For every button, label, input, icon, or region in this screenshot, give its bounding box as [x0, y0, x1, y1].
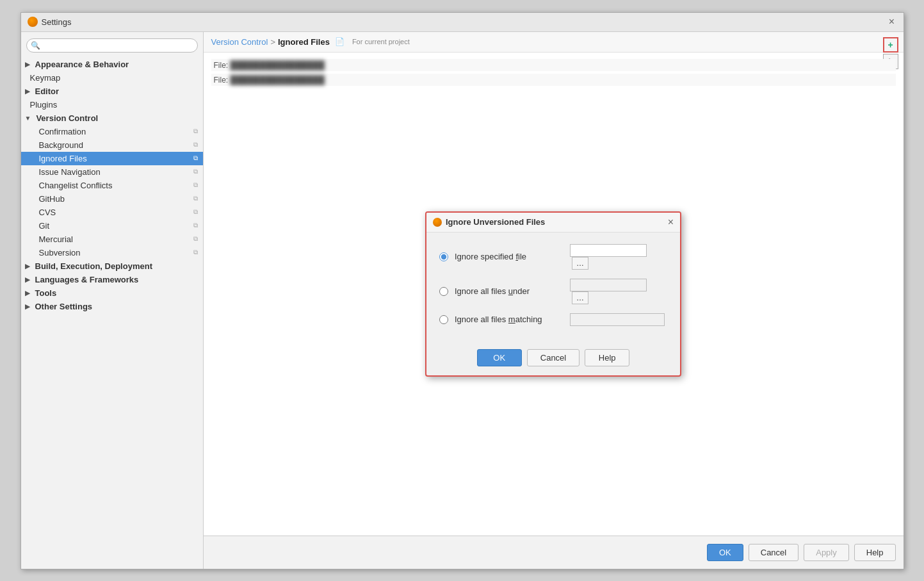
bottom-bar: OK Cancel Apply Help [204, 536, 904, 569]
dialog-title-text: Ignore Unversioned Files [446, 217, 545, 227]
dialog-body: Ignore specified file … Ignore all files… [426, 233, 680, 343]
sidebar-item-changelist-conflicts[interactable]: Changelist Conflicts ⧉ [21, 179, 203, 192]
sidebar-item-label-subversion: Subversion [39, 248, 81, 258]
sidebar-item-editor[interactable]: ▶ Editor [21, 85, 203, 98]
breadcrumb-current: Ignored Files [278, 37, 330, 47]
breadcrumb: Version Control > Ignored Files 📄 For cu… [204, 32, 904, 53]
search-icon: 🔍 [31, 41, 40, 50]
sidebar-item-label-ignored-files: Ignored Files [39, 154, 87, 163]
app-icon [28, 17, 38, 27]
sidebar-item-issue-navigation[interactable]: Issue Navigation ⧉ [21, 165, 203, 179]
sidebar-item-tools[interactable]: ▶ Tools [21, 286, 203, 300]
radio-row-matching: Ignore all files matching [439, 313, 667, 326]
sidebar-item-cvs[interactable]: CVS ⧉ [21, 206, 203, 219]
radio-ignore-matching[interactable] [439, 315, 448, 324]
sidebar-item-plugins[interactable]: Plugins [21, 98, 203, 111]
changelist-icon: ⧉ [193, 181, 198, 189]
expand-arrow-tools: ▶ [25, 290, 30, 297]
sidebar-item-other-settings[interactable]: ▶ Other Settings [21, 300, 203, 313]
sidebar-item-label-background: Background [39, 140, 83, 150]
radio-row-under: Ignore all files under … [439, 279, 667, 304]
title-bar-left: Settings [28, 17, 72, 27]
add-button[interactable]: + [883, 37, 898, 53]
radio-label-file[interactable]: Ignore specified file [455, 252, 563, 261]
search-input[interactable] [26, 38, 198, 53]
sidebar-item-label-git: Git [39, 221, 50, 231]
sidebar-item-appearance[interactable]: ▶ Appearance & Behavior [21, 58, 203, 71]
sidebar-item-git[interactable]: Git ⧉ [21, 219, 203, 233]
radio-input-file: … [570, 244, 667, 270]
sidebar-item-ignored-files[interactable]: Ignored Files ⧉ [21, 152, 203, 165]
mercurial-icon: ⧉ [193, 235, 198, 243]
file-input[interactable] [570, 244, 647, 257]
sidebar-item-keymap[interactable]: Keymap [21, 71, 203, 85]
under-input[interactable] [570, 279, 647, 291]
sidebar-item-label-cvs: CVS [39, 208, 56, 217]
cvs-icon: ⧉ [193, 208, 198, 216]
dialog-ok-button[interactable]: OK [477, 349, 522, 366]
sidebar-item-label-build: Build, Execution, Deployment [35, 261, 152, 271]
background-icon: ⧉ [193, 141, 198, 149]
dialog-title-bar: Ignore Unversioned Files × [426, 213, 680, 233]
dialog-footer: OK Cancel Help [426, 343, 680, 375]
sidebar-item-label-other: Other Settings [35, 302, 93, 311]
title-bar: Settings × [21, 13, 904, 32]
radio-input-matching [570, 313, 667, 326]
subversion-icon: ⧉ [193, 249, 198, 256]
dialog-close-button[interactable]: × [668, 217, 674, 227]
sidebar-item-label-github: GitHub [39, 194, 65, 204]
sidebar-item-label-appearance: Appearance & Behavior [35, 60, 129, 69]
sidebar-item-version-control[interactable]: ▼ Version Control [21, 111, 203, 125]
breadcrumb-icon: 📄 [335, 37, 344, 46]
dialog-title-left: Ignore Unversioned Files [433, 217, 545, 227]
sidebar: 🔍 ▶ Appearance & Behavior Keymap ▶ Edito… [21, 32, 204, 569]
dialog-cancel-button[interactable]: Cancel [527, 349, 580, 366]
cancel-button[interactable]: Cancel [749, 544, 798, 561]
expand-arrow-languages: ▶ [25, 276, 30, 283]
radio-ignore-file[interactable] [439, 252, 448, 261]
sidebar-item-label-plugins: Plugins [30, 100, 58, 110]
sidebar-item-label-changelist: Changelist Conflicts [39, 181, 113, 190]
ignored-files-icon: ⧉ [193, 154, 198, 162]
window-title: Settings [42, 17, 72, 27]
right-panel: Version Control > Ignored Files 📄 For cu… [204, 32, 904, 569]
confirmation-icon: ⧉ [193, 127, 198, 135]
sidebar-item-background[interactable]: Background ⧉ [21, 138, 203, 152]
ignore-dialog: Ignore Unversioned Files × Ignore specif… [425, 211, 681, 377]
radio-row-file: Ignore specified file … [439, 244, 667, 270]
window-close-button[interactable]: × [887, 17, 897, 27]
sidebar-item-languages[interactable]: ▶ Languages & Frameworks [21, 273, 203, 286]
sidebar-item-label-editor: Editor [35, 86, 60, 96]
sidebar-item-subversion[interactable]: Subversion ⧉ [21, 246, 203, 259]
breadcrumb-arrow: > [270, 37, 275, 47]
settings-window: Settings × 🔍 ▶ Appearance & Behavior Key… [20, 12, 904, 569]
browse-file-button[interactable]: … [572, 257, 588, 270]
sidebar-item-confirmation[interactable]: Confirmation ⧉ [21, 125, 203, 138]
browse-under-button[interactable]: … [572, 291, 588, 304]
radio-label-matching[interactable]: Ignore all files matching [455, 315, 563, 324]
dialog-help-button[interactable]: Help [585, 349, 629, 366]
expand-arrow-vc: ▼ [25, 115, 31, 122]
sidebar-item-label-languages: Languages & Frameworks [35, 275, 139, 284]
sidebar-item-mercurial[interactable]: Mercurial ⧉ [21, 233, 203, 246]
dialog-overlay: Ignore Unversioned Files × Ignore specif… [204, 53, 904, 536]
apply-button[interactable]: Apply [804, 544, 849, 561]
breadcrumb-link[interactable]: Version Control [211, 37, 268, 47]
sidebar-item-label-vc: Version Control [36, 113, 98, 123]
matching-input[interactable] [570, 313, 665, 326]
ok-button[interactable]: OK [707, 544, 743, 561]
dialog-app-icon [433, 218, 442, 227]
git-icon: ⧉ [193, 222, 198, 229]
radio-input-under: … [570, 279, 667, 304]
sidebar-item-build[interactable]: ▶ Build, Execution, Deployment [21, 259, 203, 273]
expand-arrow-build: ▶ [25, 263, 30, 270]
help-button[interactable]: Help [854, 544, 896, 561]
sidebar-item-github[interactable]: GitHub ⧉ [21, 192, 203, 206]
radio-ignore-under[interactable] [439, 287, 448, 296]
sidebar-item-label-mercurial: Mercurial [39, 234, 73, 244]
issue-nav-icon: ⧉ [193, 168, 198, 176]
search-box: 🔍 [26, 38, 198, 53]
sidebar-item-label-confirmation: Confirmation [39, 127, 86, 136]
sidebar-item-label-issue-navigation: Issue Navigation [39, 167, 101, 177]
radio-label-under[interactable]: Ignore all files under [455, 286, 563, 296]
